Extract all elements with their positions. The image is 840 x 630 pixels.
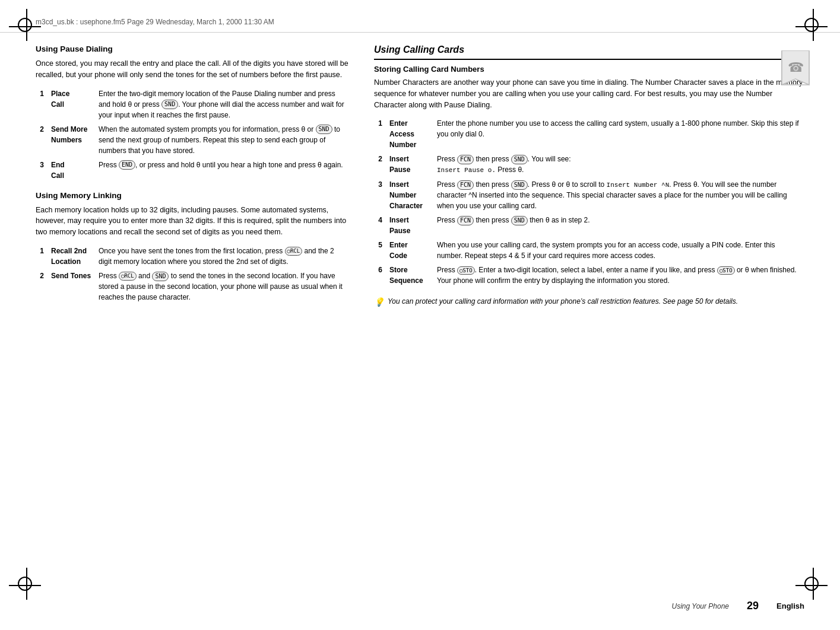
- calling-cards-title: Using Calling Cards: [374, 44, 804, 55]
- step-num: 1: [36, 87, 49, 122]
- step-label: EnterCode: [387, 238, 435, 263]
- header-bar: m3cd_us.bk : usephone.fm5 Page 29 Wednes…: [0, 12, 840, 33]
- step-desc: When you use your calling card, the syst…: [435, 238, 804, 263]
- step-label: Send Tones: [49, 269, 96, 304]
- corner-mark-tl: [18, 18, 36, 36]
- step-desc: Press FCN then press SND then θ as in st…: [435, 213, 804, 238]
- bookmark-icon: ☎: [781, 50, 810, 86]
- svg-text:☎: ☎: [788, 60, 804, 75]
- step-label: InsertPause: [387, 152, 435, 177]
- table-row: 2 InsertPause Press FCN then press SND. …: [374, 152, 804, 177]
- step-num: 1: [374, 116, 387, 152]
- note-text: You can protect your calling card inform…: [388, 296, 738, 307]
- step-num: 3: [374, 177, 387, 214]
- step-desc: Enter the two-digit memory location of t…: [96, 87, 350, 122]
- step-num: 2: [374, 152, 387, 177]
- step-num: 2: [36, 122, 49, 158]
- table-row: 3 InsertNumberCharacter Press FCN then p…: [374, 177, 804, 214]
- step-desc: Press FCN then press SND. Press θ or θ t…: [435, 177, 804, 214]
- corner-mark-br: [804, 577, 822, 594]
- pause-dialing-steps: 1 PlaceCall Enter the two-digit memory l…: [36, 87, 350, 183]
- footer-area: Using Your Phone 29 English: [0, 600, 840, 612]
- corner-mark-tr: [804, 18, 822, 36]
- step-desc: Once you have sent the tones from the fi…: [96, 244, 350, 269]
- pause-dialing-title: Using Pause Dialing: [36, 44, 350, 53]
- step-desc: Press FCN then press SND. You will see: …: [435, 152, 804, 177]
- left-column: Using Pause Dialing Once stored, you may…: [36, 44, 350, 313]
- step-num: 6: [374, 263, 387, 288]
- footer-page-info: Using Your Phone 29 English: [672, 600, 805, 612]
- step-label: PlaceCall: [49, 87, 96, 122]
- step-num: 2: [36, 269, 49, 304]
- step-num: 3: [36, 158, 49, 183]
- calling-card-steps: 1 EnterAccessNumber Enter the phone numb…: [374, 116, 804, 288]
- table-row: 1 PlaceCall Enter the two-digit memory l…: [36, 87, 350, 122]
- table-row: 2 Send MoreNumbers When the automated sy…: [36, 122, 350, 158]
- step-desc: Press END, or press and hold θ until you…: [96, 158, 350, 183]
- step-label: StoreSequence: [387, 263, 435, 288]
- step-num: 5: [374, 238, 387, 263]
- step-num: 4: [374, 213, 387, 238]
- step-label: EndCall: [49, 158, 96, 183]
- section-divider: [374, 59, 804, 60]
- header-text: m3cd_us.bk : usephone.fm5 Page 29 Wednes…: [36, 18, 274, 26]
- step-label: InsertPause: [387, 213, 435, 238]
- footer-lang: English: [776, 602, 804, 610]
- table-row: 2 Send Tones Press ◯RCL and SND to send …: [36, 269, 350, 304]
- table-row: 1 Recall 2ndLocation Once you have sent …: [36, 244, 350, 269]
- step-label: InsertNumberCharacter: [387, 177, 435, 214]
- step-label: EnterAccessNumber: [387, 116, 435, 152]
- memory-linking-title: Using Memory Linking: [36, 191, 350, 200]
- step-num: 1: [36, 244, 49, 269]
- note-block: 💡 You can protect your calling card info…: [374, 296, 804, 308]
- table-row: 1 EnterAccessNumber Enter the phone numb…: [374, 116, 804, 152]
- storing-title: Storing Calling Card Numbers: [374, 65, 804, 74]
- step-label: Recall 2ndLocation: [49, 244, 96, 269]
- table-row: 4 InsertPause Press FCN then press SND t…: [374, 213, 804, 238]
- memory-linking-steps: 1 Recall 2ndLocation Once you have sent …: [36, 244, 350, 304]
- right-column: ☎ Using Calling Cards Storing Calling Ca…: [374, 44, 804, 313]
- table-row: 3 EndCall Press END, or press and hold θ…: [36, 158, 350, 183]
- corner-mark-bl: [18, 577, 36, 594]
- step-desc: Press ◯STO. Enter a two-digit location, …: [435, 263, 804, 288]
- footer-label: Using Your Phone: [672, 602, 730, 610]
- content-area: Using Pause Dialing Once stored, you may…: [0, 39, 840, 319]
- step-desc: Press ◯RCL and SND to send the tones in …: [96, 269, 350, 304]
- table-row: 5 EnterCode When you use your calling ca…: [374, 238, 804, 263]
- step-desc: Enter the phone number you use to access…: [435, 116, 804, 152]
- page-container: m3cd_us.bk : usephone.fm5 Page 29 Wednes…: [0, 0, 840, 630]
- note-icon: 💡: [374, 296, 384, 308]
- step-desc: When the automated system prompts you fo…: [96, 122, 350, 158]
- pause-dialing-intro: Once stored, you may recall the entry an…: [36, 58, 350, 81]
- footer-page-num: 29: [747, 600, 759, 612]
- step-label: Send MoreNumbers: [49, 122, 96, 158]
- table-row: 6 StoreSequence Press ◯STO. Enter a two-…: [374, 263, 804, 288]
- memory-linking-intro: Each memory location holds up to 32 digi…: [36, 205, 350, 238]
- storing-intro: Number Characters are another way your p…: [374, 77, 804, 110]
